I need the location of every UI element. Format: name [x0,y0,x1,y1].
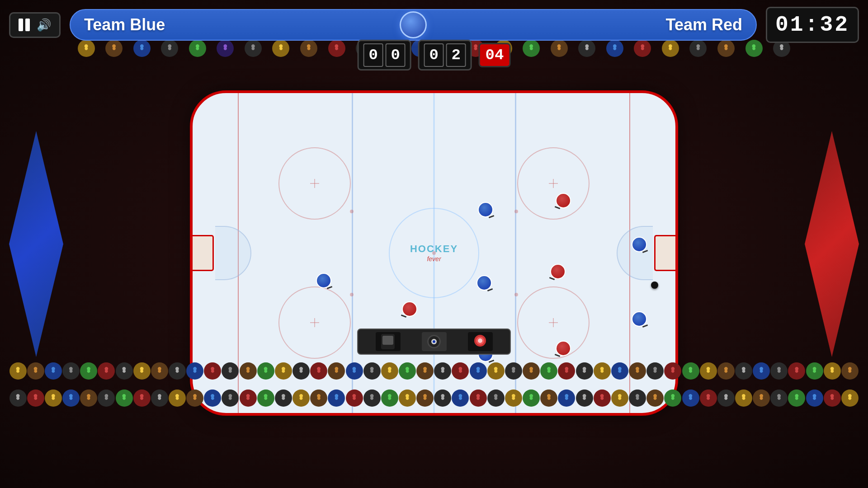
spec-slot-1 [376,332,401,351]
player-blue-goalie-body [316,273,331,288]
spec-slot-2 [422,332,447,351]
faceoff-circle-bl [278,286,351,359]
player-blue-2 [476,274,493,291]
spectator-bar [357,328,511,355]
pause-button[interactable] [19,19,31,31]
player-blue-5 [631,310,648,328]
watermark-fever: fever [410,255,458,263]
red-score-box: 0 2 [418,40,472,70]
blue-score-box: 0 0 [358,40,411,70]
player-red-3-body [550,264,566,279]
game-timer: 01:32 [766,7,859,43]
score-bar: Team Blue Team Red [70,9,757,41]
controls-panel: 🔊 [9,12,61,38]
crease-left [215,226,251,280]
neutral-dot-1 [350,210,354,213]
player-blue-goalie [315,272,332,289]
player-red-2 [555,192,572,209]
player-red-4-body [556,341,571,356]
pause-bar-right [25,19,30,31]
penalty-box: 04 [479,43,511,67]
red-score-d1: 0 [424,43,444,67]
volume-icon[interactable]: 🔊 [37,18,51,32]
player-red-4 [555,340,572,357]
faceoff-cross-bl [310,318,319,327]
player-red-3 [549,263,566,280]
puck-indicator [400,11,427,38]
penalty-time: 04 [486,47,504,64]
bottom-crowd-row-2: ● ● ● ● ● ● ● ● ● ● ● ● ● ● ● ● ● ● ● ● … [0,389,868,407]
faceoff-circle-tl [278,147,351,220]
red-score-d2: 2 [446,43,466,67]
player-blue-1 [477,201,494,218]
score-section: 0 0 0 2 04 [358,40,511,70]
neutral-dot-4 [514,293,518,296]
blue-score-d1: 0 [363,43,383,67]
goal-right [654,235,677,271]
neutral-dot-2 [350,293,354,296]
svg-point-5 [433,340,435,343]
pause-bar-left [19,19,23,31]
spec-player-2-icon [425,334,443,349]
team-blue-name: Team Blue [84,15,165,34]
blue-score-d2: 0 [386,43,406,67]
spec-player-3-icon [471,334,489,349]
faceoff-cross-tl [310,179,319,188]
spec-slot-3 [468,332,493,351]
svg-point-8 [478,338,482,343]
crease-right [617,226,653,280]
center-dot [432,251,436,255]
faceoff-circle-br [517,286,590,359]
faceoff-cross-br [549,318,558,327]
puck [651,282,658,289]
player-blue-4-body [632,237,647,252]
player-red-1 [401,300,418,318]
player-blue-1-body [478,202,493,217]
bottom-crowd-row-1: ● ● ● ● ● ● ● ● ● ● ● ● ● ● ● ● ● ● ● ● … [0,362,868,380]
player-red-2-body [556,193,571,208]
faceoff-circle-tr [517,147,590,220]
player-blue-5-body [632,311,647,327]
player-blue-4 [631,236,648,253]
spec-player-1-icon [379,334,397,349]
faceoff-cross-tr [549,179,558,188]
team-red-name: Team Red [666,15,742,34]
player-blue-2-body [476,275,492,291]
neutral-dot-3 [514,210,518,213]
player-red-1-body [402,301,417,317]
goal-left [191,235,214,271]
svg-rect-1 [382,336,393,345]
